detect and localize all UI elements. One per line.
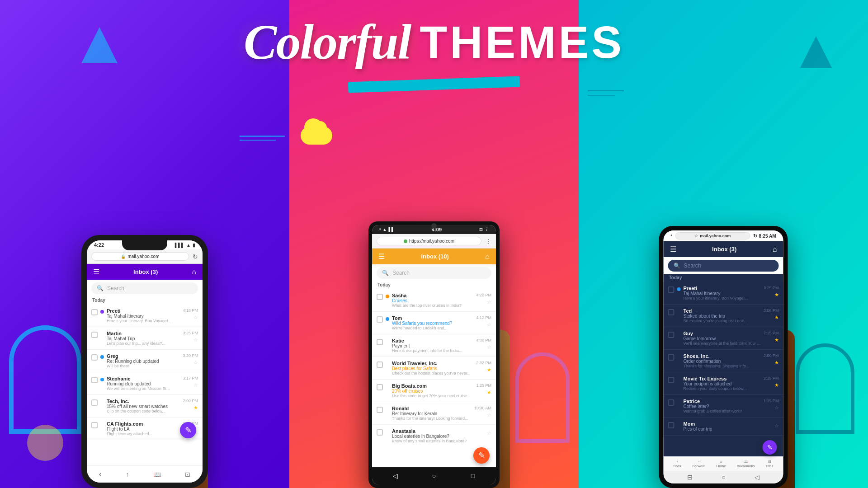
checkbox[interactable] [377,384,383,390]
nav-home[interactable]: ⌂ Home [716,460,726,468]
star-icon[interactable]: ☆ [193,360,198,366]
fab-area-center: ✎ [372,445,496,467]
email-item[interactable]: Shoes, Inc. Order confirmation Thanks fo… [664,350,783,372]
checkbox[interactable] [377,294,383,300]
deco-cloud [301,127,332,145]
star-icon[interactable]: ☆ [487,430,491,436]
star-icon[interactable]: ☆ [193,314,198,320]
star-icon[interactable]: ★ [774,382,779,388]
url-bar-center[interactable]: https://mail.yahoo.com [377,237,481,245]
back-icon[interactable]: ‹ [99,469,102,479]
email-item[interactable]: Preeti Taj Mahal Itinerary Here's your i… [87,305,203,327]
url-bar-samsung[interactable]: ☆ mail.yahoo.com [675,232,750,239]
home-icon[interactable]: ⌂ [773,245,777,253]
star-icon[interactable]: ★ [774,337,779,343]
subject: Taj Mahal Itinerary [107,314,180,319]
hw-recent[interactable]: ⊟ [687,474,693,481]
hw-home[interactable]: ○ [722,474,725,481]
android-home[interactable]: ○ [429,471,439,481]
hamburger-icon[interactable]: ☰ [378,252,385,261]
bookmarks-icon[interactable]: 📖 [153,471,161,478]
star-icon[interactable]: ★ [774,360,779,366]
checkbox[interactable] [668,354,675,361]
checkbox[interactable] [377,429,383,436]
star-icon[interactable]: ☆ [774,423,779,429]
url-bar[interactable]: 🔒 mail.yahoo.com [91,252,189,261]
checkbox[interactable] [377,339,383,345]
email-item[interactable]: Movie Tix Express Your coupon is attache… [664,372,783,395]
email-item[interactable]: Anastasia Local eateries in Bangalore? K… [372,425,496,445]
checkbox[interactable] [668,309,675,315]
star-icon[interactable]: ☆ [193,337,198,343]
reload-icon[interactable]: ↻ [193,253,198,260]
refresh-icon[interactable]: ↻ [753,233,757,239]
checkbox[interactable] [377,361,383,368]
email-item[interactable]: Ted Stoked about the trip So excited you… [664,305,783,327]
star-icon[interactable]: ☆ [487,322,491,328]
email-item[interactable]: Mom Pics of our trip ☆ [664,418,783,436]
nav-forward[interactable]: › Forward [692,460,705,468]
android-back[interactable]: ◁ [390,471,400,481]
search-bar-center[interactable]: 🔍 Search [377,267,491,279]
nav-tabs[interactable]: ⊡ Tabs [766,460,774,468]
checkbox[interactable] [668,399,675,406]
fab-button[interactable]: ✎ [180,422,196,438]
hw-back[interactable]: ◁ [755,474,760,481]
email-item[interactable]: Martin Taj Mahal Trip Let's plan our tri… [87,327,203,350]
star-icon[interactable]: ☆ [487,299,491,305]
fab-button-right[interactable]: ✎ [763,440,777,455]
search-bar-left[interactable]: 🔍 Search [91,282,198,294]
email-item[interactable]: Tom Wild Safaris you recommend? We're he… [372,312,496,334]
star-icon-gold[interactable]: ★ [487,389,491,395]
hamburger-icon[interactable]: ☰ [670,245,676,253]
checkbox[interactable] [91,422,98,428]
checkbox[interactable] [377,407,383,413]
star-icon-gold[interactable]: ★ [193,405,198,411]
subject: Taj Mahal Trip [107,336,180,341]
email-item[interactable]: World Traveler, Inc. Best places for Saf… [372,357,496,380]
email-item[interactable]: Big Boats.com 20% off cruises Use this c… [372,380,496,402]
email-item[interactable]: Ronald Re: Itinerary for Kerala Thanks f… [372,402,496,425]
search-bar-right[interactable]: 🔍 Search [668,260,779,272]
checkbox[interactable] [668,422,675,428]
email-item[interactable]: Katie Payment Here is our payment info f… [372,334,496,357]
checkbox[interactable] [91,309,98,315]
email-item[interactable]: Preeti Taj Mahal Itinerary Here's your i… [664,282,783,305]
share-icon[interactable]: ↑ [126,471,129,478]
time: 2:00 PM [764,353,779,358]
more-icon[interactable]: ⋮ [485,238,491,245]
star-icon[interactable]: ★ [774,292,779,298]
hamburger-icon[interactable]: ☰ [93,267,99,276]
time: 3:06 PM [764,308,779,313]
star-icon[interactable]: ☆ [193,382,198,388]
email-item[interactable]: Tech, Inc. 15% off all new smart watches… [87,395,203,418]
star-icon[interactable]: ☆ [487,344,491,350]
email-item[interactable]: Stephanie Running club updated We will b… [87,372,203,395]
email-item[interactable]: Greg Re: Running club updated Will be th… [87,350,203,372]
home-icon[interactable]: ⌂ [192,268,196,276]
email-item[interactable]: Sasha Cruises What are the top river cru… [372,289,496,312]
checkbox[interactable] [377,316,383,323]
fab-button-center[interactable]: ✎ [473,447,490,464]
checkbox[interactable] [668,332,675,338]
nav-back[interactable]: ‹ Back [673,460,681,468]
checkbox[interactable] [91,377,98,383]
email-item[interactable]: Patrice Coffee later? Wanna grab a coffe… [664,395,783,418]
checkbox[interactable] [91,399,98,406]
android-recent[interactable]: □ [468,471,478,481]
star-icon[interactable]: ☆ [487,412,491,418]
home-icon[interactable]: ⌂ [485,253,490,261]
tabs-icon[interactable]: ⊡ [185,471,190,478]
checkbox[interactable] [668,377,675,383]
checkbox[interactable] [91,354,98,361]
email-item[interactable]: Guy Game tomorrow We'll see everyone at … [664,327,783,350]
browser-bar-left[interactable]: 🔒 mail.yahoo.com ↻ [87,249,203,264]
star-icon[interactable]: ★ [774,314,779,320]
checkbox[interactable] [668,286,675,293]
checkbox[interactable] [91,332,98,338]
tabs-label: Tabs [766,464,774,468]
star-icon-gold[interactable]: ★ [487,367,491,373]
nav-bookmarks[interactable]: 📖 Bookmarks [737,460,755,468]
star-icon[interactable]: ☆ [774,405,779,411]
browser-bar-center[interactable]: https://mail.yahoo.com ⋮ [372,234,496,249]
